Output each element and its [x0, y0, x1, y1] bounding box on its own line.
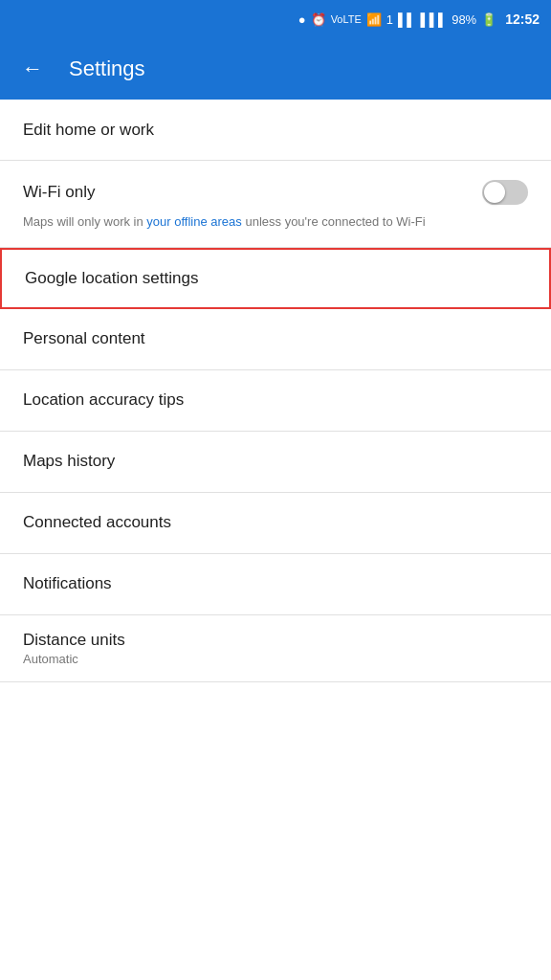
wifi-description-link[interactable]: your offline areas — [146, 214, 242, 229]
distance-units-item[interactable]: Distance units Automatic — [0, 615, 551, 682]
location-icon: ● — [298, 12, 306, 27]
status-time: 12:52 — [505, 11, 540, 27]
app-bar: ← Settings — [0, 38, 551, 100]
wifi-only-label: Wi-Fi only — [23, 183, 96, 202]
distance-units-sublabel: Automatic — [23, 652, 528, 666]
signal-icon: ▌▌ — [398, 12, 415, 27]
notifications-item[interactable]: Notifications — [0, 554, 551, 615]
status-icons: ● ⏰ VoLTE 📶 1 ▌▌ ▌▌▌ 98% 🔋 12:52 — [298, 11, 540, 27]
signal2-icon: ▌▌▌ — [421, 12, 448, 27]
notification-icon: 1 — [386, 12, 393, 27]
google-location-settings-label: Google location settings — [25, 269, 198, 288]
edit-home-work-label: Edit home or work — [23, 121, 154, 140]
battery-icon: 🔋 — [481, 12, 496, 27]
google-location-settings-item[interactable]: Google location settings — [0, 248, 551, 309]
personal-content-label: Personal content — [23, 329, 145, 348]
wifi-description-end: unless you're connected to Wi-Fi — [242, 214, 426, 229]
notifications-label: Notifications — [23, 574, 112, 593]
connected-accounts-item[interactable]: Connected accounts — [0, 493, 551, 554]
edit-home-work-item[interactable]: Edit home or work — [0, 100, 551, 161]
distance-units-label: Distance units — [23, 631, 528, 650]
wifi-only-toggle[interactable] — [482, 180, 528, 205]
wifi-only-item[interactable]: Wi-Fi only Maps will only work in your o… — [0, 161, 551, 248]
wifi-only-description: Maps will only work in your offline area… — [0, 212, 551, 247]
back-arrow-icon: ← — [22, 56, 43, 81]
location-accuracy-tips-item[interactable]: Location accuracy tips — [0, 370, 551, 432]
maps-history-item[interactable]: Maps history — [0, 432, 551, 493]
maps-history-label: Maps history — [23, 452, 115, 471]
settings-list: Edit home or work Wi-Fi only Maps will o… — [0, 100, 551, 682]
battery-percent: 98% — [452, 12, 476, 27]
wifi-description-plain: Maps will only work in — [23, 214, 146, 229]
wifi-icon: 📶 — [366, 12, 382, 27]
back-button[interactable]: ← — [15, 52, 50, 86]
alarm-icon: ⏰ — [311, 12, 326, 27]
status-bar: ● ⏰ VoLTE 📶 1 ▌▌ ▌▌▌ 98% 🔋 12:52 — [0, 0, 551, 38]
personal-content-item[interactable]: Personal content — [0, 309, 551, 370]
location-accuracy-tips-label: Location accuracy tips — [23, 390, 184, 410]
connected-accounts-label: Connected accounts — [23, 513, 171, 532]
volte-icon: VoLTE — [331, 13, 362, 25]
wifi-only-top: Wi-Fi only — [0, 161, 551, 212]
page-title: Settings — [69, 56, 145, 81]
toggle-knob — [484, 182, 505, 203]
